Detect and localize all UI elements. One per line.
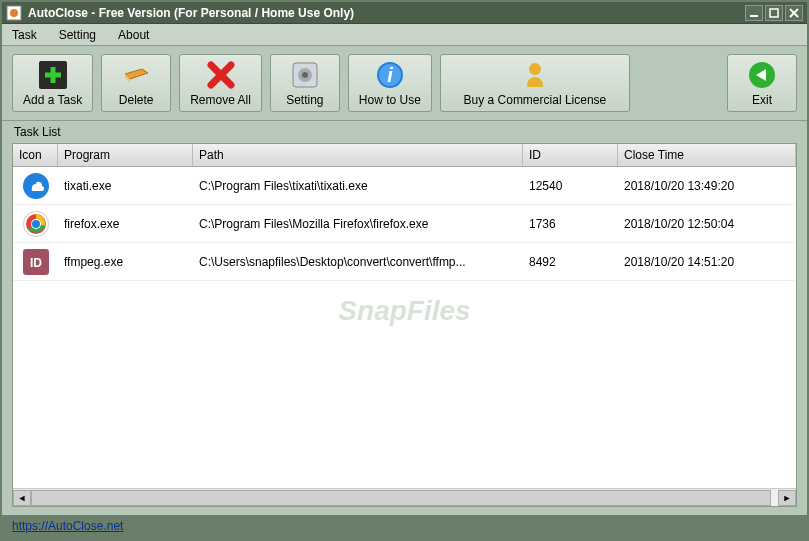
- table-row[interactable]: ID ffmpeg.exe C:\Users\snapfiles\Desktop…: [13, 243, 796, 281]
- remove-all-icon: [205, 59, 237, 91]
- scroll-right-button[interactable]: ►: [778, 490, 796, 506]
- titlebar: AutoClose - Free Version (For Personal /…: [2, 2, 807, 24]
- exit-label: Exit: [752, 93, 772, 107]
- buy-label: Buy a Commercial License: [464, 93, 607, 107]
- main-window: AutoClose - Free Version (For Personal /…: [0, 0, 809, 541]
- delete-label: Delete: [119, 93, 154, 107]
- col-icon[interactable]: Icon: [13, 144, 58, 166]
- window-controls: [745, 5, 803, 21]
- minimize-button[interactable]: [745, 5, 763, 21]
- footer: https://AutoClose.net: [2, 515, 807, 539]
- add-icon: [37, 59, 69, 91]
- tixati-icon: [23, 173, 49, 199]
- row-path: C:\Program Files\tixati\tixati.exe: [193, 175, 523, 197]
- row-id: 1736: [523, 213, 618, 235]
- table-header: Icon Program Path ID Close Time: [13, 144, 796, 167]
- maximize-button[interactable]: [765, 5, 783, 21]
- buy-license-button[interactable]: Buy a Commercial License: [440, 54, 630, 112]
- col-close-time[interactable]: Close Time: [618, 144, 796, 166]
- svg-text:ID: ID: [30, 256, 42, 270]
- exit-icon: [746, 59, 778, 91]
- website-link[interactable]: https://AutoClose.net: [12, 519, 123, 533]
- row-icon-cell: [13, 207, 58, 241]
- row-program: tixati.exe: [58, 175, 193, 197]
- watermark: SnapFiles: [338, 295, 470, 327]
- row-path: C:\Program Files\Mozilla Firefox\firefox…: [193, 213, 523, 235]
- menu-about[interactable]: About: [114, 26, 153, 44]
- info-icon: i: [374, 59, 406, 91]
- setting-button[interactable]: Setting: [270, 54, 340, 112]
- id-icon: ID: [23, 249, 49, 275]
- scroll-track[interactable]: [31, 490, 778, 506]
- how-to-use-button[interactable]: i How to Use: [348, 54, 432, 112]
- svg-rect-3: [770, 9, 778, 17]
- svg-text:i: i: [387, 64, 393, 86]
- delete-icon: [120, 59, 152, 91]
- svg-point-13: [302, 72, 308, 78]
- row-close-time: 2018/10/20 13:49:20: [618, 175, 796, 197]
- add-task-button[interactable]: Add a Task: [12, 54, 93, 112]
- task-table: Icon Program Path ID Close Time tixati.e…: [12, 143, 797, 507]
- close-button[interactable]: [785, 5, 803, 21]
- menu-setting[interactable]: Setting: [55, 26, 100, 44]
- svg-point-1: [10, 9, 18, 17]
- chrome-icon: [23, 211, 49, 237]
- table-row[interactable]: firefox.exe C:\Program Files\Mozilla Fir…: [13, 205, 796, 243]
- add-task-label: Add a Task: [23, 93, 82, 107]
- svg-point-17: [529, 63, 541, 75]
- svg-point-21: [32, 220, 40, 228]
- remove-all-label: Remove All: [190, 93, 251, 107]
- row-icon-cell: ID: [13, 245, 58, 279]
- menubar: Task Setting About: [2, 24, 807, 46]
- delete-button[interactable]: Delete: [101, 54, 171, 112]
- row-program: firefox.exe: [58, 213, 193, 235]
- toolbar: Add a Task Delete Remove All Setting i H…: [2, 46, 807, 121]
- horizontal-scrollbar[interactable]: ◄ ►: [13, 488, 796, 506]
- row-id: 8492: [523, 251, 618, 273]
- row-close-time: 2018/10/20 14:51:20: [618, 251, 796, 273]
- buy-icon: [519, 59, 551, 91]
- row-close-time: 2018/10/20 12:50:04: [618, 213, 796, 235]
- row-program: ffmpeg.exe: [58, 251, 193, 273]
- task-list-label: Task List: [12, 121, 797, 143]
- menu-task[interactable]: Task: [8, 26, 41, 44]
- row-icon-cell: [13, 169, 58, 203]
- col-path[interactable]: Path: [193, 144, 523, 166]
- content-area: Task List Icon Program Path ID Close Tim…: [2, 121, 807, 515]
- col-program[interactable]: Program: [58, 144, 193, 166]
- window-title: AutoClose - Free Version (For Personal /…: [28, 6, 745, 20]
- remove-all-button[interactable]: Remove All: [179, 54, 262, 112]
- app-icon: [6, 5, 22, 21]
- col-id[interactable]: ID: [523, 144, 618, 166]
- scroll-thumb[interactable]: [31, 490, 771, 506]
- scroll-left-button[interactable]: ◄: [13, 490, 31, 506]
- setting-label: Setting: [286, 93, 323, 107]
- row-path: C:\Users\snapfiles\Desktop\convert\conve…: [193, 251, 523, 273]
- exit-button[interactable]: Exit: [727, 54, 797, 112]
- table-row[interactable]: tixati.exe C:\Program Files\tixati\tixat…: [13, 167, 796, 205]
- how-to-use-label: How to Use: [359, 93, 421, 107]
- gear-icon: [289, 59, 321, 91]
- row-id: 12540: [523, 175, 618, 197]
- table-body: tixati.exe C:\Program Files\tixati\tixat…: [13, 167, 796, 488]
